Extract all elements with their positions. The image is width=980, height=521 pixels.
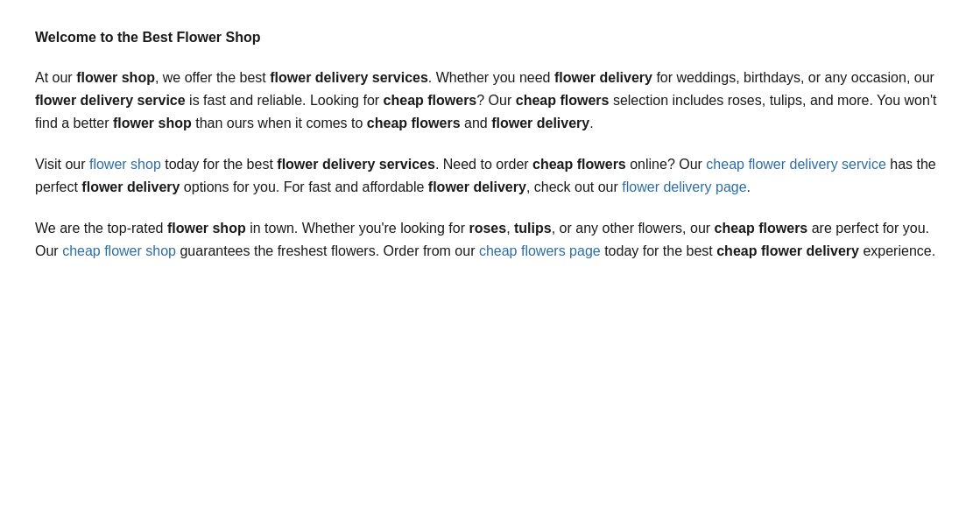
bold-flower-delivery-services-1: flower delivery services <box>270 70 428 85</box>
bold-flower-delivery-services-2: flower delivery services <box>277 157 435 172</box>
bold-flower-shop-1: flower shop <box>76 70 155 85</box>
bold-flower-delivery-3: flower delivery <box>81 180 180 194</box>
bold-flower-shop-3: flower shop <box>167 221 246 236</box>
paragraph-2: Visit our flower shop today for the best… <box>35 153 945 200</box>
page-heading: Welcome to the Best Flower Shop <box>35 26 945 49</box>
bold-flower-delivery-2: flower delivery <box>491 116 589 130</box>
bold-tulips: tulips <box>514 221 552 236</box>
bold-cheap-flowers-2: cheap flowers <box>516 93 610 108</box>
bold-flower-delivery-4: flower delivery <box>428 180 526 194</box>
bold-flower-delivery-service: flower delivery service <box>35 93 186 108</box>
bold-flower-shop-2: flower shop <box>113 116 192 130</box>
link-cheap-flower-delivery-service[interactable]: cheap flower delivery service <box>706 157 885 172</box>
paragraph-1: At our flower shop, we offer the best fl… <box>35 67 945 136</box>
bold-cheap-flowers-3: cheap flowers <box>367 116 461 130</box>
bold-cheap-flowers-5: cheap flowers <box>715 221 808 236</box>
bold-flower-delivery-1: flower delivery <box>554 70 652 85</box>
bold-cheap-flowers-4: cheap flowers <box>532 157 626 172</box>
paragraph-3: We are the top-rated flower shop in town… <box>35 217 945 264</box>
link-cheap-flowers-page[interactable]: cheap flowers page <box>479 243 601 258</box>
bold-cheap-flowers-1: cheap flowers <box>384 93 477 108</box>
bold-cheap-flower-delivery: cheap flower delivery <box>716 243 859 258</box>
link-flower-shop[interactable]: flower shop <box>89 157 161 172</box>
bold-roses: roses <box>469 221 506 236</box>
link-cheap-flower-shop[interactable]: cheap flower shop <box>62 243 176 258</box>
content-wrapper: Welcome to the Best Flower Shop At our f… <box>35 26 945 263</box>
link-flower-delivery-page[interactable]: flower delivery page <box>622 180 746 194</box>
